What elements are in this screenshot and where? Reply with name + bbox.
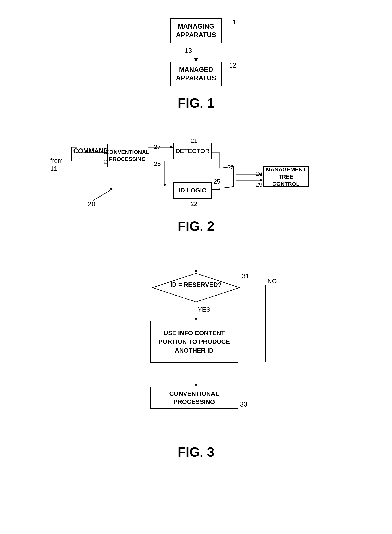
fig3-conv-proc-box: CONVENTIONALPROCESSING xyxy=(150,387,238,409)
fig1-section: MANAGINGAPPARATUS 11 13 MANAGEDAPPARATUS… xyxy=(170,18,222,111)
management-tree-control-box: MANAGEMENTTREE CONTROL xyxy=(263,166,309,187)
managing-apparatus-wrapper: MANAGINGAPPARATUS 11 xyxy=(170,18,222,43)
svg-text:ID = RESERVED?: ID = RESERVED? xyxy=(170,281,222,288)
svg-marker-28 xyxy=(195,318,197,321)
from-label-text: from11 xyxy=(50,157,63,172)
use-info-box: USE INFO CONTENTPORTION TO PRODUCEANOTHE… xyxy=(150,321,238,363)
label-12: 12 xyxy=(229,61,236,69)
managed-apparatus-label: MANAGEDAPPARATUS xyxy=(176,66,216,82)
managed-apparatus-box: MANAGEDAPPARATUS xyxy=(170,61,222,86)
from-label: from11 xyxy=(50,156,63,173)
fig1-arrow: 13 xyxy=(194,43,198,61)
label-13: 13 xyxy=(185,47,192,55)
label-27: 27 xyxy=(154,143,161,150)
fig2-title: FIG. 2 xyxy=(178,219,214,234)
conv-proc-label: CONVENTIONALPROCESSING xyxy=(105,148,149,163)
id-logic-label: ID LOGIC xyxy=(179,186,206,194)
fig2-diagram: COMMAND from11 24 CONVENTIONALPROCESSING… xyxy=(40,132,352,209)
arrow-head xyxy=(194,58,198,61)
label-25: 25 xyxy=(213,178,220,185)
conventional-processing-box: CONVENTIONALPROCESSING xyxy=(107,144,147,167)
svg-marker-26 xyxy=(195,270,197,273)
managed-apparatus-wrapper: MANAGEDAPPARATUS 12 xyxy=(170,61,222,86)
label-11: 11 xyxy=(229,18,236,26)
fig1-diagram: MANAGINGAPPARATUS 11 13 MANAGEDAPPARATUS… xyxy=(170,18,222,86)
label-20: 20 xyxy=(88,200,95,208)
svg-marker-36 xyxy=(195,384,197,387)
label-21: 21 xyxy=(191,137,197,144)
label-29: 29 xyxy=(256,181,262,188)
detector-label: DETECTOR xyxy=(176,147,210,155)
arrow-line xyxy=(196,43,196,58)
fig3-section: YES NO 31 ID = RESERVED? 32 xyxy=(15,248,377,460)
fig3-diagram: YES NO 31 ID = RESERVED? 32 xyxy=(114,256,278,435)
label-26: 26 xyxy=(256,170,262,177)
fig2-section: COMMAND from11 24 CONVENTIONALPROCESSING… xyxy=(15,125,377,234)
svg-marker-23 xyxy=(110,188,113,190)
svg-line-22 xyxy=(93,189,112,200)
label-23: 23 xyxy=(227,164,234,171)
label-31: 31 xyxy=(242,272,249,280)
managing-apparatus-box: MANAGINGAPPARATUS xyxy=(170,18,222,43)
detector-box: DETECTOR xyxy=(173,143,212,159)
svg-text:NO: NO xyxy=(267,278,277,284)
id-logic-box: ID LOGIC xyxy=(173,182,212,198)
fig3-conv-proc-label: CONVENTIONALPROCESSING xyxy=(169,390,219,406)
svg-marker-6 xyxy=(163,184,166,187)
fig1-title: FIG. 1 xyxy=(178,95,214,111)
use-info-label: USE INFO CONTENTPORTION TO PRODUCEANOTHE… xyxy=(159,329,230,355)
command-label: COMMAND xyxy=(73,147,108,155)
svg-text:YES: YES xyxy=(198,306,210,313)
svg-marker-3 xyxy=(170,146,173,148)
diamond-shape: ID = RESERVED? xyxy=(152,273,240,302)
label-33: 33 xyxy=(240,401,247,408)
label-22: 22 xyxy=(191,200,197,208)
label-28: 28 xyxy=(154,160,161,167)
page-container: MANAGINGAPPARATUS 11 13 MANAGEDAPPARATUS… xyxy=(0,0,392,485)
managing-apparatus-label: MANAGINGAPPARATUS xyxy=(176,23,216,39)
mgmt-tree-label: MANAGEMENTTREE CONTROL xyxy=(265,166,307,187)
fig3-title: FIG. 3 xyxy=(178,444,214,460)
